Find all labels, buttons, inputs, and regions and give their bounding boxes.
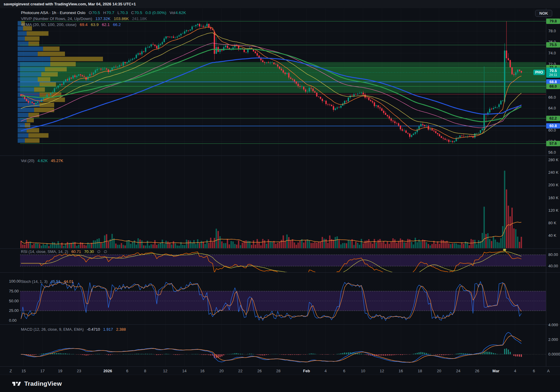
- chart-canvas[interactable]: [0, 0, 560, 375]
- tradingview-logo-text: TradingView: [24, 380, 62, 387]
- price-scale[interactable]: [546, 8, 560, 366]
- top-bar: savepiginvest created with TradingView.c…: [0, 0, 560, 8]
- footer: TradingView: [0, 375, 560, 392]
- currency-button[interactable]: NOK: [535, 10, 552, 17]
- tradingview-logo[interactable]: TradingView: [11, 380, 62, 387]
- time-scale[interactable]: [0, 367, 546, 375]
- attribution-text: savepiginvest created with TradingView.c…: [4, 2, 136, 6]
- tradingview-chart-app: { "header": { "attribution": "savepiginv…: [0, 0, 560, 392]
- tradingview-logo-icon: [11, 380, 22, 387]
